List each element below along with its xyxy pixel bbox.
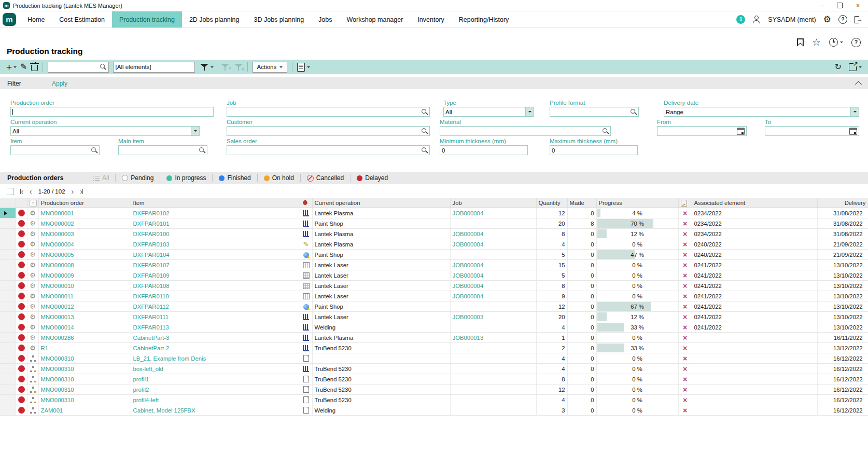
production-order-link[interactable]: MNO000011 xyxy=(41,293,74,299)
item-link[interactable]: profil2 xyxy=(133,387,149,393)
header-production-order[interactable]: Production order xyxy=(38,198,131,208)
remove-x-icon[interactable]: × xyxy=(683,365,687,373)
dropdown-arrow-button[interactable] xyxy=(191,127,199,135)
remove-x-icon[interactable]: × xyxy=(683,386,687,394)
first-page-button[interactable]: ‹ xyxy=(20,188,23,195)
order-row[interactable]: MNO000011DXFPAR0110Lantek LaserJOB000004… xyxy=(0,291,868,301)
production-order-link[interactable]: MNO000004 xyxy=(41,241,74,248)
job-link[interactable]: JOB000004 xyxy=(453,231,484,237)
page-help-icon[interactable]: ? xyxy=(851,38,861,47)
item-link[interactable]: DXFPAR0111 xyxy=(133,314,169,320)
production-order-link[interactable]: MNO000008 xyxy=(41,262,74,268)
order-row[interactable]: MNO000002DXFPAR0101Paint Shop20870 %×023… xyxy=(0,218,868,229)
remove-x-icon[interactable]: × xyxy=(683,303,687,311)
remove-x-icon[interactable]: × xyxy=(683,313,687,321)
search-icon[interactable] xyxy=(199,147,205,154)
legend-item-pending[interactable]: Pending xyxy=(122,174,153,182)
row-selector-cell[interactable] xyxy=(0,239,16,250)
calendar-icon[interactable] xyxy=(737,128,745,135)
settings-gear-icon[interactable]: ⚙ xyxy=(823,15,831,24)
filter-field-input[interactable] xyxy=(550,107,639,117)
production-order-link[interactable]: R1 xyxy=(41,345,48,351)
order-row[interactable]: MNO000005DXFPAR0104Paint Shop5047 %×0240… xyxy=(0,250,868,260)
remove-x-icon[interactable]: × xyxy=(683,323,687,332)
username[interactable]: SYSADM (ment) xyxy=(768,16,816,23)
order-row[interactable]: MNO000009DXFPAR0109Lantek LaserJOB000004… xyxy=(0,270,868,281)
item-link[interactable]: DXFPAR0102 xyxy=(133,210,170,216)
legend-item-delayed[interactable]: Delayed xyxy=(357,174,388,182)
report-button[interactable] xyxy=(297,63,310,72)
job-link[interactable]: JOB000004 xyxy=(453,210,484,216)
item-link[interactable]: DXFPAR0104 xyxy=(133,252,170,258)
remove-x-icon[interactable]: × xyxy=(683,344,687,352)
production-order-link[interactable]: ZAM001 xyxy=(41,407,63,414)
search-icon[interactable] xyxy=(422,147,428,154)
production-order-link[interactable]: MNO000009 xyxy=(41,272,74,279)
header-item[interactable]: Item xyxy=(131,198,300,208)
remove-x-icon[interactable]: × xyxy=(683,230,687,238)
search-icon[interactable] xyxy=(422,128,428,134)
nav-item-production-tracking[interactable]: Production tracking xyxy=(112,11,182,28)
filter-field-input[interactable]: 0 xyxy=(440,145,528,155)
filter-field-input[interactable] xyxy=(657,126,747,136)
item-link[interactable]: DXFPAR0113 xyxy=(133,324,169,331)
search-icon[interactable] xyxy=(100,64,106,70)
remove-x-icon[interactable]: × xyxy=(683,375,687,383)
export-button[interactable] xyxy=(849,63,862,71)
row-selector-cell[interactable] xyxy=(0,218,16,229)
row-selector-cell[interactable] xyxy=(0,364,16,374)
header-type[interactable]: ? xyxy=(27,198,38,208)
search-icon[interactable] xyxy=(91,147,97,154)
order-row[interactable]: MNO000014DXFPAR0113Welding4033 %×0241/20… xyxy=(0,322,868,333)
item-link[interactable]: box-left_old xyxy=(133,366,163,372)
search-icon[interactable] xyxy=(422,109,428,115)
job-link[interactable]: JOB000004 xyxy=(453,262,484,268)
order-row[interactable]: MNO000004DXFPAR0103Lantek PlasmaJOB00000… xyxy=(0,239,868,250)
row-selector-cell[interactable] xyxy=(0,270,16,281)
nav-item-2d-jobs-planning[interactable]: 2D Jobs planning xyxy=(182,11,247,28)
search-icon[interactable] xyxy=(603,128,609,134)
item-link[interactable]: DXFPAR0107 xyxy=(133,262,170,268)
notification-badge[interactable]: 1 xyxy=(736,15,745,24)
row-selector-cell[interactable] xyxy=(0,343,16,353)
filter-field-input[interactable]: 0 xyxy=(550,145,638,155)
help-icon[interactable]: ? xyxy=(838,15,847,24)
next-page-button[interactable]: › xyxy=(72,188,74,195)
job-link[interactable]: JOB000003 xyxy=(453,314,484,320)
prev-page-button[interactable]: ‹ xyxy=(30,188,32,195)
item-link[interactable]: CabinetPart-2 xyxy=(133,345,170,351)
production-order-link[interactable]: MNO000286 xyxy=(41,335,74,341)
favorite-star-icon[interactable]: ☆ xyxy=(812,37,821,47)
remove-x-icon[interactable]: × xyxy=(683,251,687,259)
nav-item-home[interactable]: Home xyxy=(20,11,52,28)
order-row[interactable]: MNO000310profil2TruBend 52301200 %×16/12… xyxy=(0,384,868,395)
production-order-link[interactable]: MNO000012 xyxy=(41,304,74,310)
production-order-link[interactable]: MNO000010 xyxy=(41,283,74,289)
select-all-checkbox[interactable] xyxy=(7,188,14,195)
history-clock-button[interactable] xyxy=(829,38,843,47)
production-order-link[interactable]: MNO000310 xyxy=(41,376,74,382)
item-link[interactable]: CabinetPart-3 xyxy=(133,335,170,341)
production-order-link[interactable]: MNO000002 xyxy=(41,221,74,227)
order-row[interactable]: MNO000003DXFPAR0100Lantek PlasmaJOB00000… xyxy=(0,229,868,239)
production-order-link[interactable]: MNO000003 xyxy=(41,231,74,237)
bookmark-icon[interactable] xyxy=(797,38,804,47)
nav-item-workshop-manager[interactable]: Workshop manager xyxy=(340,11,411,28)
row-selector-cell[interactable] xyxy=(0,281,16,291)
header-job[interactable]: Job xyxy=(450,198,536,208)
remove-x-icon[interactable]: × xyxy=(683,334,687,342)
order-row[interactable]: R1CabinetPart-2TruBend 52302033 %×13/12/… xyxy=(0,343,868,353)
production-order-link[interactable]: MNO000310 xyxy=(41,397,74,403)
delete-trash-icon[interactable] xyxy=(31,65,38,71)
row-selector-cell[interactable] xyxy=(0,260,16,270)
nav-item-jobs[interactable]: Jobs xyxy=(311,11,339,28)
row-selector-cell[interactable] xyxy=(0,395,16,405)
nav-item-3d-jobs-planning[interactable]: 3D Jobs planning xyxy=(247,11,312,28)
remove-x-icon[interactable]: × xyxy=(683,292,687,300)
nav-item-inventory[interactable]: Inventory xyxy=(410,11,451,28)
apply-button[interactable]: Apply xyxy=(52,80,67,87)
remove-x-icon[interactable]: × xyxy=(683,219,687,228)
order-row[interactable]: MNO000008DXFPAR0107Lantek LaserJOB000004… xyxy=(0,260,868,270)
close-button[interactable]: × xyxy=(856,3,860,9)
header-delivery[interactable]: Delivery xyxy=(817,198,868,208)
